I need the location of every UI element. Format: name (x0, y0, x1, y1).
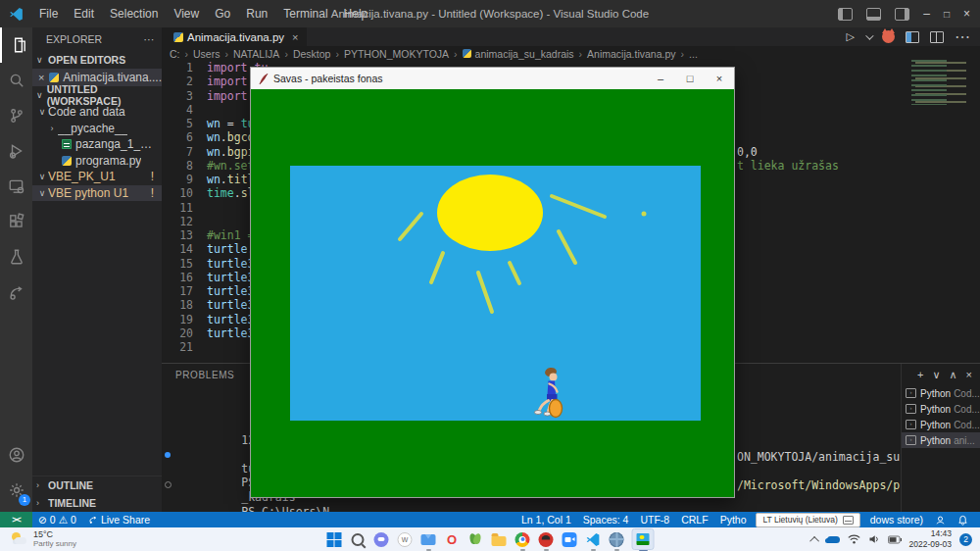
ime-language-indicator[interactable]: LT Lietuvių (Lietuva) (756, 513, 859, 527)
battery-icon[interactable] (888, 535, 902, 544)
source-control-icon[interactable] (0, 98, 32, 133)
sidebar-more-icon[interactable]: ⋯ (144, 33, 155, 45)
remote-explorer-icon[interactable] (0, 169, 32, 204)
turtle-minimize-button[interactable]: – (646, 73, 675, 84)
tray-overflow-icon[interactable] (809, 535, 819, 545)
toggle-sidebar-icon[interactable] (838, 8, 853, 21)
chrome-icon[interactable] (514, 531, 531, 548)
menu-item[interactable]: View (166, 0, 207, 27)
menu-item[interactable]: Help (336, 0, 376, 27)
minimap[interactable] (911, 60, 972, 105)
search-icon[interactable] (0, 63, 32, 98)
breadcrumb-item[interactable]: Animacija.tivana.py (587, 48, 689, 60)
zoom-icon[interactable] (562, 531, 578, 548)
tree-item[interactable]: ∨ VBE python U1 ! (32, 185, 162, 202)
w-app-icon[interactable]: w (397, 531, 414, 548)
onedrive-icon[interactable] (827, 536, 840, 543)
run-button[interactable]: ▷ (847, 30, 855, 43)
problems-status[interactable]: ⊘0 ⚠0 (32, 514, 82, 526)
menu-item[interactable]: Terminal (275, 0, 335, 27)
terminal-list-item[interactable]: › Python Cod... (902, 385, 980, 401)
remote-indicator[interactable]: >< (0, 512, 32, 527)
tree-item[interactable]: ∨ VBE_PK_U1 ! (32, 169, 162, 185)
speaker-icon[interactable] (868, 534, 880, 544)
close-button[interactable]: × (963, 7, 970, 21)
minimize-button[interactable]: – (923, 7, 930, 21)
open-editors-section[interactable]: ∨ OPEN EDITORS (32, 51, 162, 69)
menu-item[interactable]: File (31, 0, 66, 27)
breadcrumb-item[interactable]: Desktop (293, 48, 344, 60)
menu-item[interactable]: Edit (66, 0, 102, 27)
tree-item[interactable]: programa.py (32, 153, 162, 170)
menu-item[interactable]: Selection (102, 0, 166, 27)
live-share-icon[interactable] (0, 275, 32, 310)
notifications-bell-icon[interactable] (952, 515, 974, 526)
active-python-app-icon[interactable] (632, 528, 655, 550)
extensions-icon[interactable] (0, 204, 32, 239)
explorer-icon[interactable] (0, 27, 34, 63)
new-terminal-icon[interactable]: + (917, 369, 923, 381)
workspace-section[interactable]: ∨ UNTITLED (WORKSPACE) (32, 86, 162, 104)
run-debug-icon[interactable] (0, 133, 32, 169)
terminal-list-item[interactable]: › Python ani... (902, 432, 980, 448)
start-button-icon[interactable] (326, 531, 343, 548)
green-plant-icon[interactable] (467, 531, 484, 548)
wifi-icon[interactable] (848, 534, 860, 544)
taskbar-search-icon[interactable] (350, 531, 367, 548)
cat-icon[interactable] (882, 30, 895, 43)
cursor-position[interactable]: Ln 1, Col 1 (515, 514, 577, 526)
eol-sequence[interactable]: CRLF (675, 514, 713, 526)
close-panel-icon[interactable]: × (966, 369, 972, 381)
vscode-taskbar-icon[interactable] (585, 531, 602, 548)
turtle-maximize-button[interactable]: □ (675, 73, 705, 84)
turtle-window-titlebar[interactable]: Savas - pakeistas fonas – □ × (251, 68, 734, 89)
language-mode-fragment[interactable]: Pytho (714, 514, 753, 526)
tab-animacija[interactable]: Animacija.tivana.py × (162, 27, 308, 46)
opera-icon[interactable]: O (444, 531, 461, 548)
clock[interactable]: 14:43 2022-09-03 (909, 528, 952, 549)
tree-item[interactable]: › __pycache__ (32, 121, 162, 137)
python-version-fragment[interactable]: dows store) (864, 514, 929, 526)
editor-more-icon[interactable]: ⋯ (955, 27, 970, 46)
maximize-button[interactable]: □ (944, 9, 950, 20)
panel-tab[interactable]: PROBLEMS (175, 370, 234, 380)
toggle-panel-icon[interactable] (866, 8, 881, 21)
breadcrumb-item[interactable]: NATALIJA (233, 48, 293, 60)
breadcrumb-item[interactable]: PYTHON_MOKYTOJA (344, 48, 463, 60)
editor-layout-icon[interactable] (930, 31, 944, 43)
layout-customize-icon[interactable] (895, 8, 909, 21)
test-beaker-icon[interactable] (0, 239, 32, 275)
close-icon[interactable]: × (38, 72, 45, 83)
menu-item[interactable]: Run (238, 0, 275, 27)
timeline-section[interactable]: › TIMELINE (32, 494, 162, 512)
tree-item[interactable]: pazanga_1_pusmetis... (32, 136, 162, 153)
tab-close-icon[interactable]: × (292, 31, 298, 43)
notification-count-badge[interactable]: 2 (959, 533, 972, 546)
breadcrumb[interactable]: C:UsersNATALIJADesktopPYTHON_MOKYTOJAani… (162, 46, 980, 61)
feedback-icon[interactable] (929, 515, 952, 526)
breadcrumb-item[interactable]: animacija_su_kadrais (463, 48, 587, 60)
turtle-window[interactable]: Savas - pakeistas fonas – □ × (250, 67, 735, 498)
outline-section[interactable]: › OUTLINE (32, 476, 162, 494)
live-share-status[interactable]: Live Share (82, 514, 156, 526)
file-explorer-icon[interactable] (491, 531, 508, 548)
turtle-close-button[interactable]: × (705, 73, 734, 84)
terminal-list-item[interactable]: › Python Cod... (902, 417, 980, 432)
menu-item[interactable]: Go (207, 0, 238, 27)
maximize-panel-icon[interactable]: ∧ (950, 369, 957, 381)
breadcrumb-item[interactable]: ... (689, 48, 708, 60)
account-icon[interactable] (0, 437, 32, 473)
settings-gear-icon[interactable]: 1 (0, 473, 32, 508)
encoding[interactable]: UTF-8 (634, 514, 675, 526)
weather-widget[interactable]: 15°C Partly sunny (10, 529, 76, 549)
terminal-list-item[interactable]: › Python Cod... (902, 401, 980, 417)
run-dropdown-icon[interactable] (865, 31, 873, 39)
indentation[interactable]: Spaces: 4 (577, 514, 635, 526)
breadcrumb-item[interactable]: Users (193, 48, 233, 60)
red-disc-app-icon[interactable] (538, 531, 555, 548)
terminal-dropdown-icon[interactable]: ∨ (932, 369, 940, 381)
globe-app-icon[interactable] (609, 531, 625, 548)
breadcrumb-item[interactable]: C: (170, 48, 193, 60)
teams-chat-icon[interactable] (373, 531, 390, 548)
mail-icon[interactable] (420, 531, 437, 548)
